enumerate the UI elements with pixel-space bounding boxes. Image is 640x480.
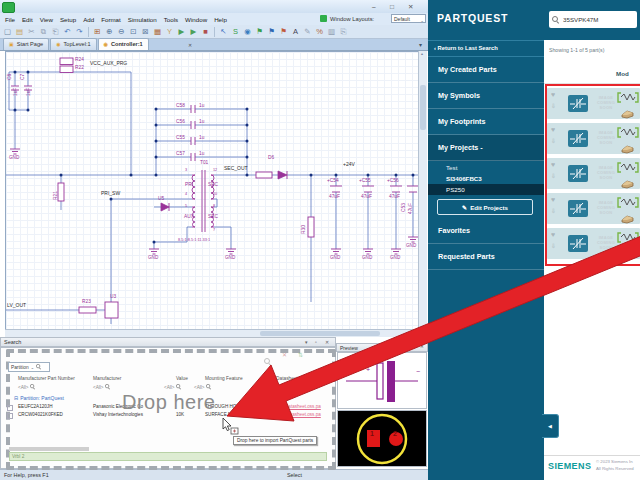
redo-icon[interactable]: ↷: [74, 26, 85, 37]
column-header[interactable]: Mounting Feature: [205, 376, 243, 381]
schematic-label: GND: [225, 256, 235, 261]
hscroll-thumb[interactable]: [260, 331, 380, 336]
column-header[interactable]: Value: [176, 376, 188, 381]
zoom-in-icon[interactable]: ⊕: [104, 26, 115, 37]
schematic-label: SEC: [208, 215, 218, 220]
minimize-button[interactable]: –: [372, 2, 376, 11]
project-item[interactable]: SI3406FBC3: [428, 173, 544, 184]
menu-item[interactable]: View: [40, 16, 53, 23]
probe-icon[interactable]: ◉: [242, 26, 253, 37]
zoom-window-icon[interactable]: ⊞: [92, 26, 103, 37]
menu-item[interactable]: Format: [101, 16, 121, 23]
column-filter[interactable]: <All>: [18, 384, 37, 391]
menu-item[interactable]: Add: [83, 16, 94, 23]
flag-green-icon[interactable]: ⚑: [254, 26, 265, 37]
cell-datasheet-link[interactable]: https://datasheet.oss.pa: [272, 404, 321, 409]
paste-icon[interactable]: ⎗: [50, 26, 61, 37]
menu-item[interactable]: Window: [185, 16, 207, 23]
panel-close-icon[interactable]: ✕: [325, 339, 329, 345]
collapse-group-icon[interactable]: ⊟: [14, 395, 18, 401]
stop-icon[interactable]: ■: [200, 26, 211, 37]
panel-menu-icon[interactable]: ▾: [404, 344, 406, 349]
group-row[interactable]: ⊟ Partition: PartQuest: [14, 395, 64, 401]
partquest-search-input[interactable]: [561, 15, 635, 24]
text-icon[interactable]: A: [290, 26, 301, 37]
menu-item[interactable]: Help: [214, 16, 227, 23]
sort-icon[interactable]: ⌄: [327, 377, 331, 382]
title-bar[interactable]: – □ ✕: [0, 0, 428, 14]
tab-close-icon[interactable]: ✕: [188, 42, 192, 48]
sheet-icon[interactable]: ▦: [152, 26, 163, 37]
edit-projects-button[interactable]: ✎ Edit Projects: [437, 199, 533, 215]
panel-collapse-button[interactable]: ◀: [542, 414, 559, 438]
sidebar-nav-item[interactable]: My Footprints: [428, 109, 544, 135]
maximize-button[interactable]: □: [390, 2, 394, 11]
pad-2-label: 2: [393, 430, 397, 437]
panel-float-icon[interactable]: ▫: [315, 339, 317, 345]
panel-float-icon[interactable]: ▫: [412, 344, 414, 349]
search-panel-titlebar[interactable]: Search: [0, 337, 336, 347]
filter-icon[interactable]: Y: [164, 26, 175, 37]
return-to-last-search-link[interactable]: ‹ Return to Last Search: [428, 40, 544, 57]
column-header[interactable]: Manufacturer Part Number: [18, 376, 75, 381]
percent-icon[interactable]: %: [314, 26, 325, 37]
flag-red-icon[interactable]: ⚑: [278, 26, 289, 37]
run-all-icon[interactable]: ▶: [188, 26, 199, 37]
cut-icon[interactable]: ✂: [26, 26, 37, 37]
menu-item[interactable]: Setup: [60, 16, 76, 23]
zoom-fit-icon[interactable]: ⊡: [128, 26, 139, 37]
document-tab[interactable]: ▣ Start Page: [3, 38, 49, 50]
row-checkbox[interactable]: [7, 413, 13, 419]
panel-close-icon[interactable]: ✕: [420, 344, 424, 349]
open-icon[interactable]: ▤: [14, 26, 25, 37]
menu-item[interactable]: File: [5, 16, 15, 23]
tab-overflow-icon[interactable]: ▾: [419, 41, 422, 48]
partquest-search-box[interactable]: [549, 11, 637, 28]
project-item[interactable]: PS250: [428, 184, 544, 195]
grid-icon[interactable]: ▥: [326, 26, 337, 37]
run-icon[interactable]: ▶: [176, 26, 187, 37]
snap-icon[interactable]: S: [230, 26, 241, 37]
zoom-board-icon[interactable]: ⊠: [140, 26, 151, 37]
new-icon[interactable]: ▢: [2, 26, 13, 37]
scroll-down-icon[interactable]: ▾: [421, 324, 423, 329]
table-hscroll-thumb[interactable]: [9, 447, 89, 451]
siemens-logo: SIEMENS: [548, 461, 591, 471]
menu-item[interactable]: Tools: [164, 16, 178, 23]
menu-item[interactable]: Edit: [22, 16, 33, 23]
document-tab[interactable]: ◉ Controller:1: [98, 38, 149, 50]
column-filter[interactable]: <All>: [194, 384, 213, 391]
column-filter[interactable]: <All>: [93, 384, 112, 391]
flag-blue-icon[interactable]: ⚑: [266, 26, 277, 37]
column-header[interactable]: Datasheet Ur: [276, 376, 304, 381]
select-icon[interactable]: ↖: [218, 26, 229, 37]
column-filter[interactable]: <All>: [164, 384, 183, 391]
sidebar-nav-item[interactable]: My Symbols: [428, 83, 544, 109]
zoom-out-icon[interactable]: ⊖: [116, 26, 127, 37]
undo-icon[interactable]: ↶: [62, 26, 73, 37]
model-column-header[interactable]: Mod: [616, 70, 629, 77]
sidebar-nav-item[interactable]: My Created Parts: [428, 57, 544, 83]
partition-filter-input[interactable]: Partition ⌄: [8, 362, 50, 372]
document-tab[interactable]: ◉ TopLevel:1: [50, 38, 96, 50]
row-checkbox[interactable]: [7, 405, 13, 411]
cell-datasheet-link[interactable]: https://datasheet.oss.pa: [272, 412, 321, 417]
window-layouts-select[interactable]: Default⌄: [391, 14, 426, 23]
pencil-icon[interactable]: ✎: [302, 26, 313, 37]
preview-panel-titlebar[interactable]: Preview: [336, 343, 428, 352]
variant-row[interactable]: Vrbl 2: [9, 452, 327, 461]
scroll-up-icon[interactable]: ▴: [421, 51, 423, 56]
vscroll-thumb[interactable]: [420, 85, 426, 130]
close-button[interactable]: ✕: [408, 2, 413, 11]
sidebar-nav-item[interactable]: Requested Parts: [428, 244, 544, 270]
project-item[interactable]: Test: [428, 162, 544, 173]
copy-icon[interactable]: ⧉: [38, 26, 49, 37]
sidebar-nav-item[interactable]: My Projects -: [428, 135, 544, 161]
sidebar-nav-item[interactable]: Favorites: [428, 218, 544, 244]
column-header[interactable]: Manufacturer: [93, 376, 121, 381]
search-icon: [36, 364, 41, 369]
panel-menu-icon[interactable]: ▾: [305, 339, 308, 345]
menu-item[interactable]: Simulation: [128, 16, 157, 23]
duplicate-icon[interactable]: ⎘: [338, 26, 349, 37]
schematic-canvas[interactable]: R24R22VCC_AUX_PRGC8C71uF1uFGNDR21C581uC5…: [5, 51, 419, 331]
